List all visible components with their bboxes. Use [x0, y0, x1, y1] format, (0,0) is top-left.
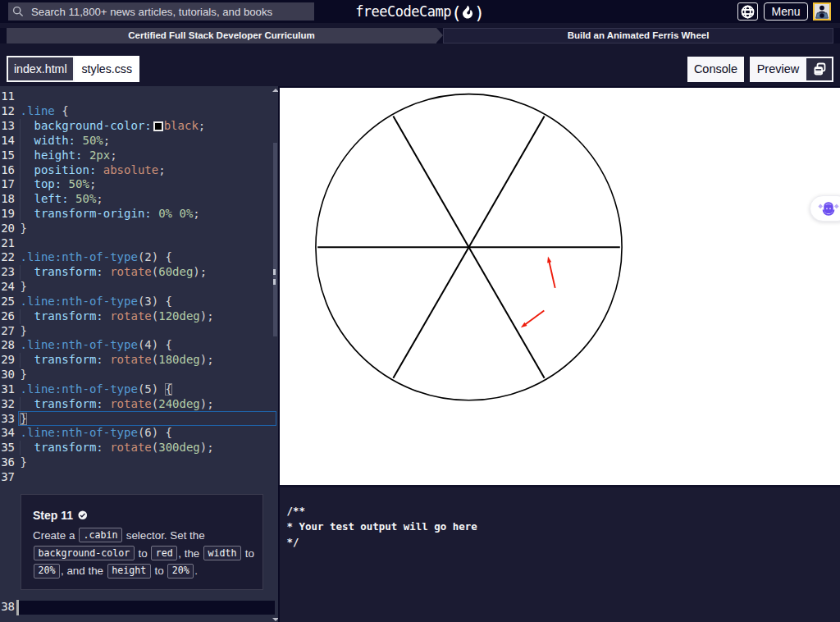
gutter-line-number: 36: [0, 455, 15, 470]
code-line[interactable]: 28.line:nth-of-type(4) {: [0, 338, 279, 353]
breadcrumb: Certified Full Stack Developer Curriculu…: [0, 28, 840, 44]
step-title: Step 11: [33, 509, 73, 522]
freecodecamp-logo[interactable]: freeCodeCamp(): [0, 0, 840, 23]
editable-region-strip[interactable]: [19, 601, 275, 615]
code-line[interactable]: 12.line {: [0, 104, 279, 119]
gutter-line-number: 33: [0, 412, 15, 427]
code-line[interactable]: 14 width: 50%;: [0, 134, 279, 149]
code-token-pun: [103, 397, 110, 410]
code-token-prop: transform:: [21, 265, 103, 278]
inline-code: 20%: [167, 564, 194, 579]
code-token-prop: background-color:: [21, 119, 152, 132]
code-line[interactable]: 29 transform: rotate(180deg);: [0, 353, 279, 368]
code-token-prop: transform:: [21, 309, 103, 322]
code-token-sel: .line:nth-of-type: [21, 382, 138, 396]
code-token-pun: );: [193, 265, 207, 278]
tab-styles-css[interactable]: styles.css: [75, 56, 139, 83]
menu-button[interactable]: Menu: [764, 2, 808, 21]
preview-button[interactable]: Preview: [750, 57, 833, 83]
gutter-line-number: 13: [0, 119, 15, 134]
code-token-sel: .line: [21, 104, 55, 117]
top-navigation: Search 11,800+ news articles, tutorials,…: [0, 0, 840, 23]
code-line[interactable]: 25.line:nth-of-type(3) {: [0, 295, 279, 309]
code-line[interactable]: 37: [0, 470, 279, 485]
gutter-line-number: 22: [0, 250, 15, 265]
code-line[interactable]: 22.line:nth-of-type(2) {: [0, 250, 279, 265]
text-fragment: , the: [178, 547, 203, 560]
code-text: }: [21, 324, 27, 339]
code-line[interactable]: 13 background-color: black;: [0, 119, 279, 134]
code-editor[interactable]: 1112.line {13 background-color: black;14…: [0, 86, 279, 622]
code-line[interactable]: 30}: [0, 368, 279, 382]
bracket-match-box: [165, 383, 173, 396]
code-token-num: 2px: [89, 149, 110, 162]
code-text: }: [21, 222, 27, 236]
instructions-text-line: 20%, and the height to 20%.: [33, 562, 259, 580]
code-line[interactable]: 19 transform-origin: 0% 0%;: [0, 207, 279, 222]
code-token-pun: }: [21, 324, 27, 337]
code-text: transform: rotate(300deg);: [21, 441, 214, 455]
breadcrumb-challenge-link[interactable]: Build an Animated Ferris Wheel: [443, 28, 833, 44]
bracket-match-box: [20, 413, 28, 425]
code-line[interactable]: 31.line:nth-of-type(5) {: [0, 382, 279, 397]
gutter-line-number: 14: [0, 134, 15, 149]
inline-code: 20%: [34, 564, 60, 579]
code-token-val: rotate: [110, 353, 152, 366]
inline-code: .cabin: [79, 528, 122, 542]
code-line[interactable]: 34.line:nth-of-type(6) {: [0, 426, 279, 441]
gutter-line-number: 15: [0, 149, 15, 163]
console-output-line: /**: [287, 503, 305, 519]
ai-assistant-widget[interactable]: [810, 195, 840, 222]
gutter-line-number: 28: [0, 338, 15, 353]
gutter-line-number: 21: [0, 236, 15, 251]
color-swatch-decorator[interactable]: [153, 121, 163, 131]
code-line[interactable]: 20}: [0, 222, 279, 236]
code-token-num: 60deg: [158, 265, 193, 278]
code-line[interactable]: 26 transform: rotate(120deg);: [0, 309, 279, 324]
code-line[interactable]: 33}: [0, 412, 279, 427]
breadcrumb-curriculum-link[interactable]: Certified Full Stack Developer Curriculu…: [7, 28, 436, 44]
code-line[interactable]: 18 left: 50%;: [0, 192, 279, 207]
scrollbar-thumb[interactable]: [273, 143, 278, 336]
code-token-num: 50%: [82, 134, 103, 147]
gutter-line-number: 20: [0, 222, 15, 236]
console-output-line: */: [287, 534, 299, 550]
code-line[interactable]: 17 top: 50%;: [0, 177, 279, 192]
code-line[interactable]: 35 transform: rotate(300deg);: [0, 441, 279, 455]
tab-index-html[interactable]: index.html: [7, 56, 75, 83]
code-text: transform-origin: 0% 0%;: [21, 207, 200, 222]
code-token-pun: );: [200, 397, 214, 410]
gutter-line-number: 16: [0, 163, 15, 178]
preview-pane-icon[interactable]: [806, 58, 832, 81]
code-line[interactable]: 23 transform: rotate(60deg);: [0, 265, 279, 280]
code-token-prop: height:: [21, 149, 83, 162]
code-line[interactable]: 16 position: absolute;: [0, 163, 279, 178]
user-avatar-button[interactable]: [813, 2, 831, 21]
gutter-line-number: 12: [0, 104, 15, 119]
text-fragment: , and the: [61, 565, 107, 577]
code-token-val: absolute: [103, 163, 158, 176]
code-line[interactable]: 11: [0, 89, 279, 104]
console-button[interactable]: Console: [687, 57, 744, 83]
code-line[interactable]: 27}: [0, 324, 279, 339]
code-token-pun: [103, 309, 110, 322]
code-token-pun: }: [21, 455, 27, 469]
code-line[interactable]: 21: [0, 236, 279, 251]
code-token-pun: );: [200, 441, 214, 454]
code-token-num: 240deg: [158, 397, 200, 410]
code-token-pun: [82, 149, 89, 162]
instructions-panel: Step 11 Create a .cabin selector. Set th…: [21, 494, 263, 591]
gutter-line-number: 19: [0, 207, 15, 222]
language-globe-button[interactable]: [737, 2, 758, 21]
code-line[interactable]: 15 height: 2px;: [0, 149, 279, 163]
flame-icon: [463, 6, 472, 18]
breadcrumb-arrow: [436, 28, 443, 43]
code-token-prop: width:: [21, 134, 75, 147]
code-line[interactable]: 36}: [0, 455, 279, 470]
code-line[interactable]: 24}: [0, 280, 279, 295]
code-token-pun: ;: [158, 163, 165, 176]
inline-code: width: [203, 546, 241, 560]
gutter-line-number: 38: [0, 600, 15, 615]
code-line[interactable]: 32 transform: rotate(240deg);: [0, 397, 279, 412]
code-token-pun: (: [152, 353, 158, 366]
